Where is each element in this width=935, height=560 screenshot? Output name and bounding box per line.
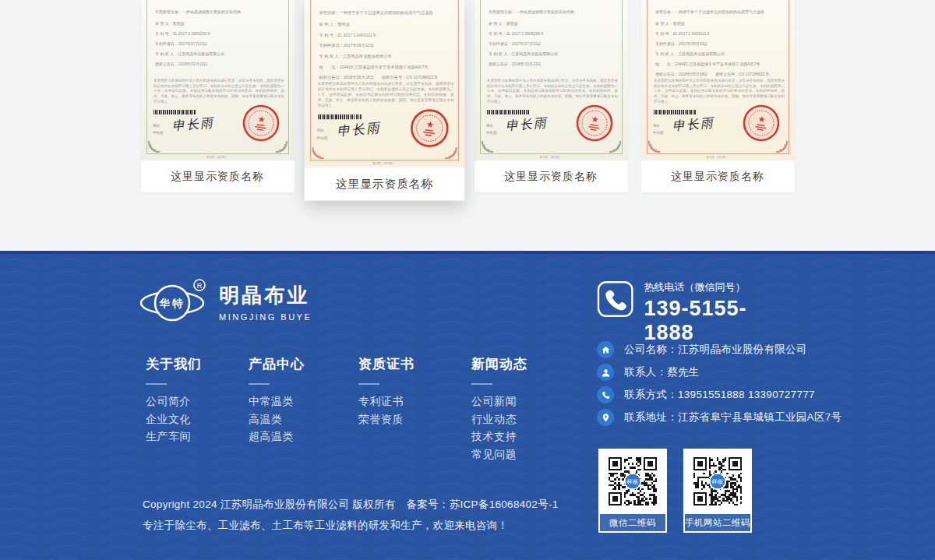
- nav-link[interactable]: 公司简介: [146, 393, 249, 410]
- certificate-caption: 这里显示资质名称: [641, 160, 795, 192]
- nav-link[interactable]: 常见问题: [471, 446, 527, 463]
- svg-text:★: ★: [757, 114, 766, 124]
- certificate-text-lines: 发明名称：一种便于多个子过滤单元内部拆卸的高温空气过滤器发 明 人：蔡明波专 利…: [655, 6, 785, 79]
- nav-links: 专利证书荣誉资质: [358, 393, 471, 428]
- phone-icon-badge: [597, 386, 614, 403]
- barcode: [317, 114, 361, 119]
- certificate-caption: 这里显示资质名称: [304, 167, 464, 201]
- barcode: [487, 110, 529, 114]
- nav-links: 中常温类高温类超高温类: [249, 393, 358, 446]
- barcode: [153, 110, 196, 114]
- nav-link[interactable]: 超高温类: [249, 428, 358, 446]
- nav-link[interactable]: 企业文化: [146, 410, 249, 428]
- footer-logo[interactable]: 华特 R 明晶布业 MINGJING BUYE: [140, 277, 312, 326]
- footer-content: 华特 R 明晶布业 MINGJING BUYE 热线电话（微信同号） 139-5…: [140, 251, 795, 560]
- certificate-card-2[interactable]: 发明名称：一种便于多个子过滤单元内部拆卸的高温空气过滤器发 明 人：蔡明波专 利…: [304, 0, 464, 200]
- user-icon-badge: [597, 364, 614, 381]
- svg-text:R: R: [197, 282, 203, 290]
- page-note: 第1页（共1页）: [141, 148, 295, 156]
- copyright-line1: Copyright 2024 江苏明晶布业股份有限公司 版权所有 备案号：苏IC…: [143, 494, 559, 515]
- page-note: 第1页（共1页）: [304, 154, 464, 162]
- brand-name-en: MINGJING BUYE: [219, 312, 312, 322]
- qr-code-block: 样板 微信二维码 样板 手机网站二维码: [598, 449, 752, 533]
- footer: 华特 R 明晶布业 MINGJING BUYE 热线电话（微信同号） 139-5…: [0, 251, 935, 560]
- qr-pattern: 样板: [690, 453, 746, 509]
- official-seal-icon: ★: [409, 108, 450, 149]
- nav-link[interactable]: 荣誉资质: [358, 410, 471, 428]
- official-seal-icon: ★: [242, 104, 280, 143]
- svg-text:样板: 样板: [627, 478, 639, 485]
- certificate-caption: 这里显示资质名称: [475, 160, 628, 192]
- qr-code-image: 样板: [600, 450, 665, 512]
- nav-column-title[interactable]: 新闻动态: [471, 355, 527, 373]
- nav-title-underline: [358, 383, 379, 385]
- barcode: [654, 110, 696, 114]
- certificate-caption: 这里显示资质名称: [141, 160, 295, 192]
- nav-column-title[interactable]: 产品中心: [249, 355, 358, 373]
- svg-text:★: ★: [425, 119, 435, 129]
- contact-row: 联系地址：江苏省阜宁县阜城镇工业园A区7号: [597, 409, 842, 426]
- footer-nav: 关于我们 公司简介企业文化生产车间 产品中心 中常温类高温类超高温类 资质证书 …: [146, 355, 527, 463]
- nav-links: 公司简介企业文化生产车间: [146, 393, 249, 446]
- hotline-label: 热线电话（微信同号）: [644, 280, 795, 294]
- contact-text: 联系人：蔡先生: [624, 365, 700, 379]
- qr-code-card: 样板 微信二维码: [598, 449, 667, 533]
- qr-code-image: 样板: [685, 450, 750, 512]
- nav-link[interactable]: 中常温类: [249, 393, 358, 410]
- hotline-texts: 热线电话（微信同号） 139-5155-1888: [644, 280, 795, 345]
- hotline-block: 热线电话（微信同号） 139-5155-1888: [597, 280, 795, 345]
- certificate-text-lines: 发明名称：一种便于多个子过滤单元内部拆卸的高温空气过滤器发 明 人：蔡明波专 利…: [319, 6, 454, 82]
- director-labels: 局长申长雨: [486, 119, 507, 133]
- certificate-text-lines: 实用新型名称：一种高温滤袋除尘骨架的安装结构发 明 人：蔡明波专 利 号：ZL …: [489, 6, 619, 69]
- footer-nav-column: 关于我们 公司简介企业文化生产车间: [146, 355, 249, 463]
- certificate-card-row: 实用新型名称：一种高温滤袋除尘骨架的安装结构发 明 人：蔡明波专 利 号：ZL …: [141, 0, 795, 192]
- qr-code-label: 手机网站二维码: [685, 512, 750, 531]
- nav-links: 公司新闻行业动态技术支持常见问题: [471, 393, 527, 463]
- nav-link[interactable]: 专利证书: [358, 393, 471, 410]
- footer-nav-column: 资质证书 专利证书荣誉资质: [358, 355, 471, 463]
- contact-row: 联系人：蔡先生: [597, 364, 842, 381]
- certificate-image: 实用新型名称：一种高温滤袋除尘骨架的安装结构发 明 人：蔡明波专 利 号：ZL …: [141, 0, 295, 160]
- certificate-image: 实用新型名称：一种高温滤袋除尘骨架的安装结构发 明 人：蔡明波专 利 号：ZL …: [475, 0, 628, 160]
- certificate-card-3[interactable]: 实用新型名称：一种高温滤袋除尘骨架的安装结构发 明 人：蔡明波专 利 号：ZL …: [475, 0, 628, 192]
- contact-row: 公司名称：江苏明晶布业股份有限公司: [597, 341, 842, 358]
- brand-names: 明晶布业 MINGJING BUYE: [219, 282, 312, 322]
- phone-outline-icon: [597, 280, 633, 318]
- hotline-number: 139-5155-1888: [644, 297, 795, 345]
- brand-name-cn: 明晶布业: [219, 282, 312, 309]
- brand-globe-icon: 华特 R: [140, 277, 209, 326]
- svg-text:华特: 华特: [159, 298, 185, 309]
- certificate-image: 发明名称：一种便于多个子过滤单元内部拆卸的高温空气过滤器发 明 人：蔡明波专 利…: [641, 0, 795, 160]
- nav-link[interactable]: 行业动态: [471, 410, 527, 428]
- certificate-card-1[interactable]: 实用新型名称：一种高温滤袋除尘骨架的安装结构发 明 人：蔡明波专 利 号：ZL …: [141, 0, 295, 192]
- nav-link[interactable]: 生产车间: [146, 428, 249, 446]
- nav-column-title[interactable]: 资质证书: [358, 355, 471, 373]
- contact-text: 联系方式：13951551888 13390727777: [624, 388, 815, 402]
- qualifications-section: 实用新型名称：一种高温滤袋除尘骨架的安装结构发 明 人：蔡明波专 利 号：ZL …: [0, 0, 935, 251]
- svg-text:样板: 样板: [712, 478, 724, 485]
- copyright-line2: 专注于除尘布、工业滤布、土工布等工业滤料的研发和生产，欢迎来电咨询！: [143, 515, 559, 536]
- qr-code-label: 微信二维码: [600, 512, 665, 531]
- certificate-card-4[interactable]: 发明名称：一种便于多个子过滤单元内部拆卸的高温空气过滤器发 明 人：蔡明波专 利…: [641, 0, 795, 192]
- certificate-text-lines: 实用新型名称：一种高温滤袋除尘骨架的安装结构发 明 人：蔡明波专 利 号：ZL …: [155, 6, 285, 69]
- qr-pattern: 样板: [605, 453, 661, 509]
- director-labels: 局长申长雨: [153, 119, 174, 133]
- director-labels: 局长申长雨: [316, 124, 338, 139]
- official-seal-icon: ★: [575, 104, 614, 143]
- nav-link[interactable]: 技术支持: [471, 428, 527, 446]
- footer-nav-column: 产品中心 中常温类高温类超高温类: [249, 355, 358, 463]
- phone-icon: [601, 390, 611, 400]
- certificate-image: 发明名称：一种便于多个子过滤单元内部拆卸的高温空气过滤器发 明 人：蔡明波专 利…: [304, 0, 464, 167]
- pin-icon-badge: [597, 409, 614, 426]
- nav-title-underline: [146, 383, 167, 385]
- footer-nav-column: 新闻动态 公司新闻行业动态技术支持常见问题: [471, 355, 527, 463]
- copyright: Copyright 2024 江苏明晶布业股份有限公司 版权所有 备案号：苏IC…: [143, 494, 559, 536]
- svg-text:★: ★: [590, 114, 599, 124]
- location-pin-icon: [601, 413, 611, 423]
- page-note: 第1页（共1页）: [475, 148, 628, 156]
- nav-column-title[interactable]: 关于我们: [146, 355, 249, 373]
- contact-text: 公司名称：江苏明晶布业股份有限公司: [624, 343, 807, 357]
- nav-link[interactable]: 公司新闻: [471, 393, 527, 410]
- qr-code-card: 样板 手机网站二维码: [683, 449, 752, 533]
- nav-link[interactable]: 高温类: [249, 410, 358, 428]
